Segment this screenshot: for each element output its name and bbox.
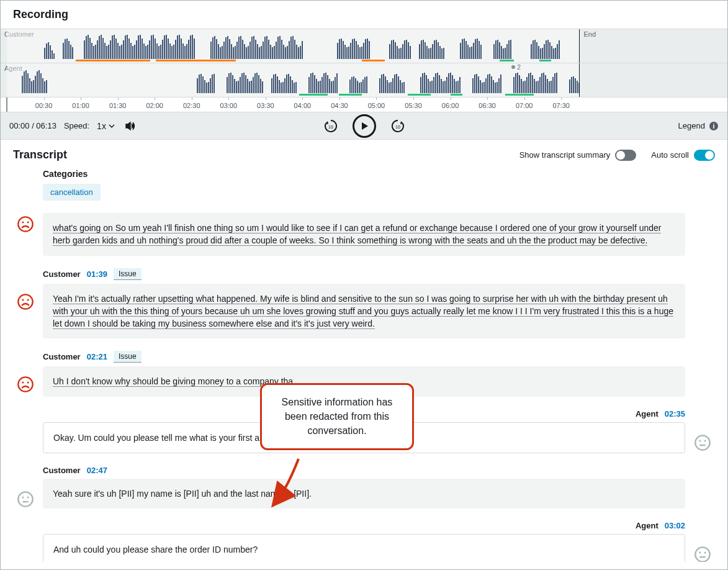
forward-10-button[interactable]: 10 — [390, 118, 406, 134]
sentiment-icon — [694, 434, 711, 451]
volume-button[interactable] — [122, 118, 138, 134]
speaker-label: Customer — [43, 466, 81, 475]
svg-point-13 — [695, 435, 709, 450]
svg-text:10: 10 — [395, 125, 400, 129]
category-chip[interactable]: cancellation — [43, 184, 101, 201]
annotation-arrow — [269, 456, 306, 512]
transcript-title: Transcript — [13, 146, 67, 164]
transcript-message: Customer02:47 Yeah sure it's uh [PII] my… — [13, 466, 715, 509]
sentiment-icon — [17, 491, 34, 508]
sentiment-icon — [17, 376, 34, 393]
issue-tag: Issue — [114, 351, 142, 363]
customer-waveform-track[interactable]: Customer End — [1, 29, 727, 63]
speaker-label: Agent — [636, 521, 658, 530]
categories-heading: Categories — [43, 169, 715, 179]
speed-select[interactable]: 1x — [97, 121, 115, 131]
sentiment-icon — [17, 215, 34, 233]
svg-point-19 — [695, 548, 709, 562]
speaker-label: Agent — [636, 409, 658, 418]
autoscroll-toggle[interactable] — [694, 150, 715, 161]
event-marker[interactable]: 2 — [511, 63, 521, 71]
svg-point-7 — [18, 294, 32, 309]
svg-point-6 — [27, 222, 29, 224]
transcript-message: Customer01:39Issue Yeah I'm it's actuall… — [13, 268, 715, 339]
waveform-panel: Customer End Agent 2 00: — [1, 29, 727, 112]
agent-waveform-track[interactable]: Agent 2 — [1, 63, 727, 97]
svg-point-9 — [27, 299, 29, 301]
svg-point-4 — [18, 217, 32, 231]
svg-point-17 — [22, 497, 24, 499]
info-icon: i — [709, 121, 719, 131]
recording-title: Recording — [1, 1, 727, 29]
sentiment-icon — [694, 546, 711, 562]
chevron-down-icon — [109, 123, 115, 129]
legend-button[interactable]: Legend i — [678, 121, 719, 131]
svg-point-16 — [18, 492, 32, 506]
play-icon — [360, 122, 369, 130]
sentiment-icon — [17, 293, 34, 310]
speaker-label: Customer — [43, 352, 81, 361]
timestamp[interactable]: 02:47 — [87, 466, 107, 475]
message-bubble[interactable]: Yeah I'm it's actually rather upsetting … — [43, 284, 685, 339]
time-axis: 00:3001:0001:3002:0002:3003:0003:3004:00… — [1, 97, 727, 112]
svg-point-8 — [22, 299, 24, 301]
svg-text:i: i — [712, 122, 714, 130]
timestamp[interactable]: 02:21 — [87, 352, 107, 361]
svg-point-14 — [699, 440, 701, 441]
rewind-10-icon: 10 — [323, 119, 338, 133]
message-bubble[interactable]: Yeah sure it's uh [PII] my name is [PII]… — [43, 479, 685, 509]
end-label: End — [583, 30, 596, 38]
message-bubble[interactable]: what's going on So um yeah I'll finish o… — [43, 213, 685, 256]
timestamp[interactable]: 03:02 — [665, 521, 685, 530]
forward-10-icon: 10 — [390, 119, 405, 133]
annotation-callout: Sensitive information has been redacted … — [260, 383, 414, 450]
autoscroll-label: Auto scroll — [651, 150, 689, 160]
timestamp[interactable]: 02:35 — [665, 409, 685, 418]
time-display: 00:00 / 06:13 — [9, 121, 56, 130]
svg-point-18 — [27, 497, 29, 499]
speaker-label: Customer — [43, 269, 81, 279]
svg-point-21 — [704, 552, 706, 554]
player-controls: 00:00 / 06:13 Speed: 1x 10 10 Legend i — [1, 112, 727, 140]
svg-point-11 — [22, 382, 24, 384]
speed-label: Speed: — [64, 121, 89, 130]
svg-text:10: 10 — [328, 125, 333, 129]
summary-toggle-label: Show transcript summary — [519, 150, 611, 160]
timestamp[interactable]: 01:39 — [87, 269, 107, 279]
svg-point-5 — [22, 222, 24, 224]
summary-toggle[interactable] — [615, 150, 636, 161]
svg-point-12 — [27, 382, 29, 384]
svg-point-10 — [18, 378, 32, 392]
transcript-message: Agent03:02 And uh could you please share… — [13, 521, 715, 562]
transcript-message: what's going on So um yeah I'll finish o… — [13, 213, 715, 256]
svg-point-15 — [704, 440, 706, 441]
play-button[interactable] — [353, 114, 376, 138]
message-bubble[interactable]: And uh could you please share the order … — [43, 534, 685, 562]
issue-tag: Issue — [114, 268, 142, 280]
rewind-10-button[interactable]: 10 — [323, 118, 339, 134]
svg-point-20 — [699, 552, 701, 554]
volume-icon — [125, 120, 136, 132]
